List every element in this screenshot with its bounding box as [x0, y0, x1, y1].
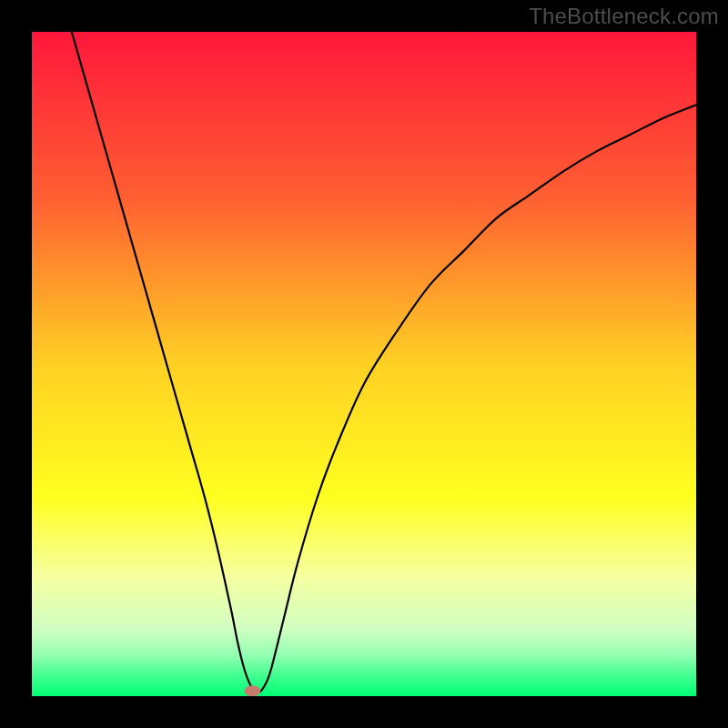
- watermark-label: TheBottleneck.com: [529, 4, 719, 29]
- minimum-marker: [244, 685, 260, 696]
- plot-area: [32, 32, 696, 696]
- bottleneck-curve: [32, 32, 696, 696]
